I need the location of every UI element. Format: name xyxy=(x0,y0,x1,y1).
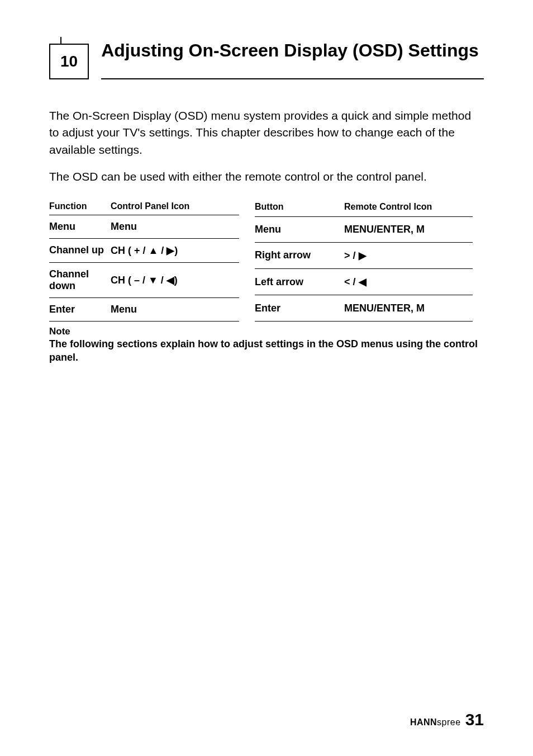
table-header-row: Button Remote Control Icon xyxy=(255,199,473,216)
osd-controls-table: Function Control Panel Icon Menu Menu Ch… xyxy=(49,196,484,322)
intro-paragraph-2: The OSD can be used with either the remo… xyxy=(49,168,484,185)
cell-remote-control-icon: > / ▶ xyxy=(344,242,473,268)
cell-remote-control-icon: MENU/ENTER, M xyxy=(344,216,473,242)
note-heading: Note xyxy=(49,326,484,337)
chapter-tick-mark xyxy=(60,37,61,45)
cell-function: Channel up xyxy=(49,238,111,262)
chapter-number: 10 xyxy=(60,53,78,70)
cell-function: Enter xyxy=(49,297,111,321)
table-row: Channel up CH ( + / ▲ / ▶) xyxy=(49,238,239,262)
cell-function: Menu xyxy=(49,215,111,238)
table-row: Left arrow < / ◀ xyxy=(255,269,473,295)
header-button: Button xyxy=(255,199,344,216)
osd-table-right: Button Remote Control Icon Menu MENU/ENT… xyxy=(255,199,473,322)
cell-control-panel-icon: Menu xyxy=(111,215,239,238)
brand-logo: HANNspree xyxy=(410,717,461,727)
table-row: Menu Menu xyxy=(49,215,239,238)
cell-function: Channel down xyxy=(49,262,111,297)
osd-table-left: Function Control Panel Icon Menu Menu Ch… xyxy=(49,199,239,322)
note-text: The following sections explain how to ad… xyxy=(49,337,484,365)
cell-button: Right arrow xyxy=(255,242,344,268)
brand-light: spree xyxy=(437,717,461,727)
cell-remote-control-icon: MENU/ENTER, M xyxy=(344,295,473,321)
chapter-title-wrap: Adjusting On-Screen Display (OSD) Settin… xyxy=(101,39,484,79)
table-row: Enter MENU/ENTER, M xyxy=(255,295,473,321)
cell-control-panel-icon: CH ( – / ▼ / ◀) xyxy=(111,262,239,297)
header-control-panel-icon: Control Panel Icon xyxy=(111,199,239,215)
table-row: Channel down CH ( – / ▼ / ◀) xyxy=(49,262,239,297)
cell-button: Menu xyxy=(255,216,344,242)
cell-remote-control-icon: < / ◀ xyxy=(344,269,473,295)
cell-control-panel-icon: Menu xyxy=(111,297,239,321)
header-remote-control-icon: Remote Control Icon xyxy=(344,199,473,216)
cell-control-panel-icon: CH ( + / ▲ / ▶) xyxy=(111,238,239,262)
brand-bold: HANN xyxy=(410,717,437,727)
table-row: Menu MENU/ENTER, M xyxy=(255,216,473,242)
chapter-header: 10 Adjusting On-Screen Display (OSD) Set… xyxy=(49,39,484,79)
cell-button: Left arrow xyxy=(255,269,344,295)
page-number: 31 xyxy=(465,710,484,729)
page-footer: HANNspree 31 xyxy=(410,710,484,729)
header-function: Function xyxy=(49,199,111,215)
table-row: Enter Menu xyxy=(49,297,239,321)
cell-button: Enter xyxy=(255,295,344,321)
chapter-number-box: 10 xyxy=(49,44,89,79)
chapter-title: Adjusting On-Screen Display (OSD) Settin… xyxy=(101,39,484,62)
table-row: Right arrow > / ▶ xyxy=(255,242,473,268)
intro-paragraph-1: The On-Screen Display (OSD) menu system … xyxy=(49,107,484,158)
table-header-row: Function Control Panel Icon xyxy=(49,199,239,215)
